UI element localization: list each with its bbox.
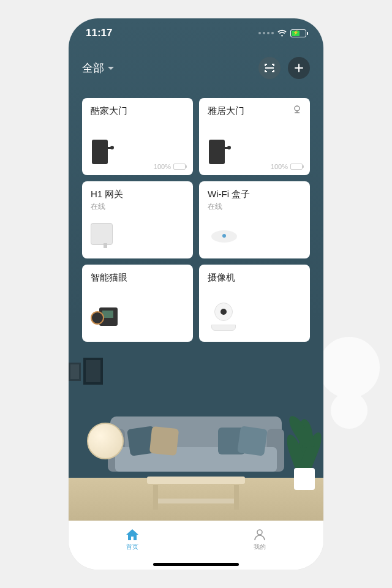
nav-home-label: 首页 xyxy=(126,543,138,551)
battery-icon: ⚡ xyxy=(290,29,306,37)
signal-icon xyxy=(258,32,274,34)
home-indicator[interactable] xyxy=(153,563,239,566)
battery-indicator: 100% xyxy=(271,163,303,170)
device-card-wifi[interactable]: Wi-Fi 盒子 在线 xyxy=(199,181,310,258)
device-card-peephole[interactable]: 智能猫眼 xyxy=(82,265,193,342)
svg-point-0 xyxy=(295,106,300,111)
status-icons: ⚡ xyxy=(258,29,306,37)
device-name: 酷家大门 xyxy=(91,105,184,117)
device-status: 在线 xyxy=(208,202,301,212)
device-name: 智能猫眼 xyxy=(91,272,184,284)
status-bar: 11:17 ⚡ xyxy=(69,18,323,48)
device-name: 摄像机 xyxy=(208,272,301,284)
status-time: 11:17 xyxy=(86,27,112,39)
wifi-icon xyxy=(277,29,287,37)
camera-device-icon xyxy=(211,303,236,331)
person-icon xyxy=(253,528,266,541)
camera-icon xyxy=(292,104,303,118)
device-name: H1 网关 xyxy=(91,189,184,200)
gateway-icon xyxy=(91,223,113,245)
device-name: Wi-Fi 盒子 xyxy=(208,189,301,200)
device-status: 在线 xyxy=(91,202,184,212)
device-grid: 酷家大门 100% 雅居大门 100% H1 网关 在线 Wi-Fi 盒子 在线 xyxy=(82,98,310,342)
nav-home[interactable]: 首页 xyxy=(69,521,196,559)
scan-button[interactable] xyxy=(258,57,281,79)
battery-indicator: 100% xyxy=(154,163,186,170)
phone-frame: 11:17 ⚡ 全部 xyxy=(69,18,323,570)
nav-mine[interactable]: 我的 xyxy=(196,521,323,559)
home-icon xyxy=(125,528,140,541)
device-card-lock[interactable]: 雅居大门 100% xyxy=(199,98,310,175)
room-illustration xyxy=(69,349,323,521)
bg-decoration xyxy=(331,392,368,429)
device-name: 雅居大门 xyxy=(208,105,301,117)
filter-dropdown[interactable]: 全部 xyxy=(82,61,114,75)
device-card-camera[interactable]: 摄像机 xyxy=(199,265,310,342)
bottom-nav: 首页 我的 xyxy=(69,521,323,570)
add-button[interactable] xyxy=(288,57,310,79)
filter-label: 全部 xyxy=(82,61,104,75)
lock-icon xyxy=(209,140,225,164)
chevron-down-icon xyxy=(108,67,114,70)
nav-mine-label: 我的 xyxy=(254,543,266,551)
svg-point-1 xyxy=(257,530,262,535)
device-card-lock[interactable]: 酷家大门 100% xyxy=(82,98,193,175)
header: 全部 xyxy=(69,53,323,83)
lock-icon xyxy=(92,140,108,164)
device-card-gateway[interactable]: H1 网关 在线 xyxy=(82,181,193,258)
peephole-icon xyxy=(91,307,118,328)
wifi-box-icon xyxy=(211,230,237,243)
bg-decoration xyxy=(318,337,380,398)
